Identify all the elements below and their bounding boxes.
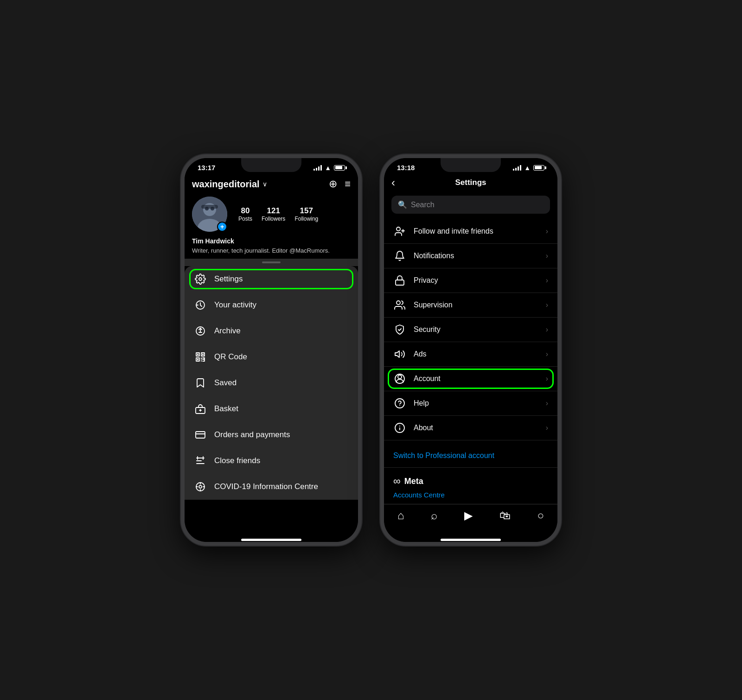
menu-item-your-activity[interactable]: Your activity bbox=[185, 292, 358, 318]
chevron-right-icon: › bbox=[546, 227, 548, 235]
search-placeholder: Search bbox=[411, 201, 435, 209]
svg-point-48 bbox=[399, 405, 400, 406]
screen-content-1: waxingeditorial ∨ ⊕ ≡ bbox=[185, 173, 358, 536]
chevron-right-icon-7: › bbox=[546, 375, 548, 383]
svg-rect-42 bbox=[396, 280, 404, 285]
menu-item-orders[interactable]: Orders and payments bbox=[185, 422, 358, 448]
followers-count: 121 bbox=[267, 206, 280, 216]
chevron-right-icon-2: › bbox=[546, 252, 548, 260]
svg-point-34 bbox=[199, 485, 202, 488]
settings-header: ‹ Settings bbox=[384, 173, 557, 192]
followers-label: Followers bbox=[262, 216, 285, 222]
account-icon bbox=[393, 373, 406, 384]
menu-item-qr-code[interactable]: QR Code bbox=[185, 344, 358, 370]
notifications-icon bbox=[393, 250, 406, 261]
add-post-icon[interactable]: ⊕ bbox=[329, 178, 337, 190]
settings-title: Settings bbox=[455, 178, 486, 187]
follow-friends-label: Follow and invite friends bbox=[414, 227, 538, 235]
settings-item-supervision[interactable]: Supervision › bbox=[384, 293, 557, 318]
supervision-label: Supervision bbox=[414, 301, 538, 309]
home-indicator-2 bbox=[384, 536, 557, 542]
qr-code-icon bbox=[194, 350, 207, 363]
meta-title: Meta bbox=[404, 477, 423, 486]
settings-item-help[interactable]: Help › bbox=[384, 391, 557, 416]
close-friends-label: Close friends bbox=[214, 456, 260, 465]
about-icon bbox=[393, 422, 406, 433]
ads-label: Ads bbox=[414, 350, 538, 358]
chevron-down-icon: ∨ bbox=[262, 180, 267, 188]
your-activity-label: Your activity bbox=[214, 300, 256, 310]
profile-header: waxingeditorial ∨ ⊕ ≡ bbox=[185, 173, 358, 259]
search-nav-icon[interactable]: ⌕ bbox=[431, 509, 437, 522]
svg-marker-44 bbox=[395, 351, 399, 357]
settings-list: Follow and invite friends › Notification… bbox=[384, 219, 557, 504]
account-label: Account bbox=[414, 375, 538, 383]
menu-item-saved[interactable]: Saved bbox=[185, 370, 358, 396]
profile-stats: + 80 Posts 121 Followers bbox=[192, 197, 351, 232]
svg-rect-14 bbox=[197, 354, 198, 355]
phone-1: 13:17 ▲ bbox=[181, 154, 362, 546]
chevron-right-icon-6: › bbox=[546, 350, 548, 358]
settings-item-security[interactable]: Security › bbox=[384, 318, 557, 342]
settings-item-notifications[interactable]: Notifications › bbox=[384, 244, 557, 268]
orders-label: Orders and payments bbox=[214, 430, 290, 439]
drag-handle[interactable] bbox=[185, 259, 358, 266]
settings-item-account[interactable]: Account › bbox=[384, 367, 557, 391]
svg-point-43 bbox=[397, 301, 400, 305]
battery-icon bbox=[334, 165, 345, 171]
username: waxingeditorial bbox=[192, 179, 260, 190]
settings-item-ads[interactable]: Ads › bbox=[384, 342, 557, 367]
menu-item-covid[interactable]: COVID-19 Information Centre bbox=[185, 474, 358, 500]
settings-item-privacy[interactable]: Privacy › bbox=[384, 268, 557, 293]
profile-name: Tim Hardwick bbox=[192, 237, 351, 245]
status-icons-2: ▲ bbox=[513, 164, 544, 172]
avatar-container: + bbox=[192, 197, 227, 232]
search-bar[interactable]: 🔍 Search bbox=[391, 196, 550, 214]
privacy-label: Privacy bbox=[414, 276, 538, 285]
avatar-add-button[interactable]: + bbox=[217, 222, 227, 232]
menu-item-settings[interactable]: Settings bbox=[185, 266, 358, 292]
settings-item-follow-friends[interactable]: Follow and invite friends › bbox=[384, 219, 557, 244]
basket-icon bbox=[194, 402, 207, 415]
menu-item-basket[interactable]: Basket bbox=[185, 396, 358, 422]
status-bar-2: 13:18 ▲ bbox=[384, 158, 557, 173]
menu-item-close-friends[interactable]: Close friends bbox=[185, 448, 358, 474]
settings-item-about[interactable]: About › bbox=[384, 416, 557, 440]
posts-count: 80 bbox=[241, 206, 250, 216]
home-nav-icon[interactable]: ⌂ bbox=[397, 509, 404, 522]
posts-stat[interactable]: 80 Posts bbox=[238, 206, 252, 222]
covid-icon bbox=[194, 480, 207, 493]
meta-symbol: ∞ bbox=[393, 475, 401, 487]
username-row[interactable]: waxingeditorial ∨ bbox=[192, 179, 267, 190]
gear-icon bbox=[195, 274, 206, 285]
followers-stat[interactable]: 121 Followers bbox=[262, 206, 285, 222]
status-time-1: 13:17 bbox=[198, 164, 215, 172]
menu-item-archive[interactable]: Archive bbox=[185, 318, 358, 344]
following-stat[interactable]: 157 Following bbox=[294, 206, 318, 222]
about-label: About bbox=[414, 424, 538, 432]
profile-nav-icon[interactable]: ○ bbox=[537, 509, 544, 522]
privacy-icon bbox=[393, 275, 406, 286]
switch-pro-button[interactable]: Switch to Professional account bbox=[384, 444, 557, 467]
phones-container: 13:17 ▲ bbox=[181, 154, 561, 546]
following-count: 157 bbox=[300, 206, 313, 216]
orders-icon bbox=[194, 428, 207, 441]
shop-nav-icon[interactable]: 🛍 bbox=[499, 509, 511, 522]
status-time-2: 13:18 bbox=[397, 164, 415, 172]
menu-icon[interactable]: ≡ bbox=[345, 178, 351, 190]
profile-top: waxingeditorial ∨ ⊕ ≡ bbox=[192, 178, 351, 190]
wifi-icon-2: ▲ bbox=[524, 164, 531, 172]
qr-code-label: QR Code bbox=[214, 352, 247, 362]
security-icon bbox=[393, 324, 406, 335]
reels-nav-icon[interactable]: ▶ bbox=[464, 509, 473, 522]
settings-label: Settings bbox=[214, 274, 243, 284]
accounts-centre-link[interactable]: Accounts Centre bbox=[393, 491, 548, 499]
chevron-right-icon-5: › bbox=[546, 325, 548, 334]
svg-point-39 bbox=[397, 227, 400, 231]
saved-label: Saved bbox=[214, 378, 237, 388]
back-button[interactable]: ‹ bbox=[391, 176, 395, 189]
phone-2: 13:18 ▲ ‹ bbox=[380, 154, 561, 546]
header-actions: ⊕ ≡ bbox=[329, 178, 351, 190]
chevron-right-icon-3: › bbox=[546, 276, 548, 285]
home-indicator-1 bbox=[185, 536, 358, 542]
